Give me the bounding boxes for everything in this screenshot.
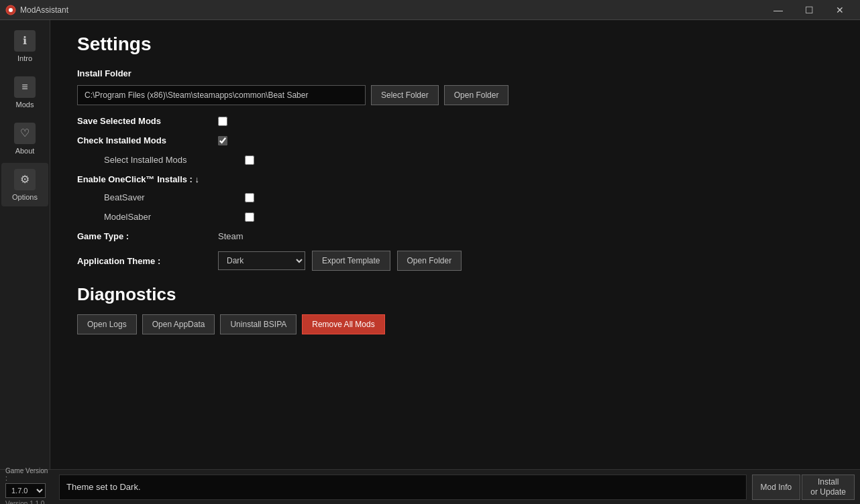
open-folder-button[interactable]: Open Folder <box>444 85 509 105</box>
app-theme-label: Application Theme : <box>77 256 211 266</box>
select-installed-mods-checkbox-wrapper <box>245 155 254 165</box>
sidebar-label-mods: Mods <box>16 101 34 109</box>
status-bar: Theme set to Dark. <box>59 475 747 500</box>
game-version-label: Game Version : <box>5 467 48 482</box>
mod-info-button[interactable]: Mod Info <box>752 475 801 500</box>
uninstall-bsipa-button[interactable]: Uninstall BSIPA <box>220 314 297 334</box>
save-selected-mods-row: Save Selected Mods <box>77 116 833 126</box>
save-selected-mods-checkbox[interactable] <box>218 117 227 126</box>
app-title: ModAssistant <box>20 5 68 15</box>
install-folder-input[interactable] <box>77 85 366 105</box>
game-version-section: Game Version : 1.7.0 Version 1.1.0 <box>0 464 54 505</box>
remove-all-mods-button[interactable]: Remove All Mods <box>302 314 384 334</box>
check-installed-mods-checkbox[interactable] <box>218 136 227 145</box>
diagnostics-row: Open Logs Open AppData Uninstall BSIPA R… <box>77 314 833 334</box>
game-version-select[interactable]: 1.7.0 <box>5 483 46 498</box>
game-type-label: Game Type : <box>77 231 211 241</box>
beatsaver-label: BeatSaver <box>104 192 238 202</box>
close-button[interactable]: ✕ <box>825 0 855 20</box>
select-installed-mods-checkbox[interactable] <box>245 155 254 165</box>
sidebar-label-about: About <box>15 147 35 155</box>
modelsaber-checkbox[interactable] <box>245 212 254 222</box>
open-appdata-button[interactable]: Open AppData <box>142 314 215 334</box>
beatsaver-row: BeatSaver <box>77 192 833 202</box>
install-folder-section: Install Folder Select Folder Open Folder <box>77 68 833 105</box>
bottom-bar: Game Version : 1.7.0 Version 1.1.0 Theme… <box>0 469 860 504</box>
select-installed-mods-row: Select Installed Mods <box>77 155 833 165</box>
oneclick-row: Enable OneClick™ Installs : ↓ <box>77 174 833 184</box>
beatsaver-checkbox[interactable] <box>245 193 254 202</box>
modelsaber-label: ModelSaber <box>104 212 238 222</box>
open-folder-button-2[interactable]: Open Folder <box>397 251 462 271</box>
minimize-button[interactable]: — <box>763 0 793 20</box>
svg-point-1 <box>9 8 13 12</box>
titlebar-left: ModAssistant <box>5 5 68 15</box>
about-icon: ♡ <box>14 123 36 144</box>
open-logs-button[interactable]: Open Logs <box>77 314 137 334</box>
status-text: Theme set to Dark. <box>66 482 141 492</box>
game-type-row: Game Type : Steam <box>77 231 833 241</box>
maximize-button[interactable]: ☐ <box>794 0 824 20</box>
check-installed-mods-row: Check Installed Mods <box>77 135 833 145</box>
sidebar: ℹ Intro ≡ Mods ♡ About ⚙ Options <box>0 20 50 504</box>
options-icon: ⚙ <box>14 169 36 190</box>
version-label: Version <box>5 500 28 505</box>
settings-title: Settings <box>77 34 833 55</box>
window-controls: — ☐ ✕ <box>763 0 855 20</box>
modelsaber-row: ModelSaber <box>77 212 833 222</box>
modelsaber-checkbox-wrapper <box>245 212 254 222</box>
export-template-button[interactable]: Export Template <box>312 251 390 271</box>
titlebar: ModAssistant — ☐ ✕ <box>0 0 860 20</box>
content-area: Settings Install Folder Select Folder Op… <box>50 20 860 504</box>
save-selected-mods-checkbox-wrapper <box>218 117 227 126</box>
main-layout: ℹ Intro ≡ Mods ♡ About ⚙ Options Setting… <box>0 20 860 504</box>
game-type-value: Steam <box>218 231 244 241</box>
intro-icon: ℹ <box>14 30 36 52</box>
check-installed-mods-checkbox-wrapper <box>218 136 227 145</box>
version-number: 1.1.0 <box>30 500 44 505</box>
sidebar-item-mods[interactable]: ≡ Mods <box>1 70 48 114</box>
sidebar-item-about[interactable]: ♡ About <box>1 117 48 160</box>
install-update-button[interactable]: Install or Update <box>802 475 855 500</box>
beatsaver-checkbox-wrapper <box>245 193 254 202</box>
oneclick-label: Enable OneClick™ Installs : ↓ <box>77 174 211 184</box>
sidebar-item-options[interactable]: ⚙ Options <box>1 163 48 206</box>
app-icon <box>5 5 16 15</box>
mods-icon: ≡ <box>14 76 36 98</box>
sidebar-label-options: Options <box>12 193 38 201</box>
select-installed-mods-label: Select Installed Mods <box>104 155 238 165</box>
diagnostics-title: Diagnostics <box>77 284 833 305</box>
select-folder-button[interactable]: Select Folder <box>371 85 439 105</box>
theme-select[interactable]: Dark Light System <box>218 251 305 270</box>
app-theme-row: Application Theme : Dark Light System Ex… <box>77 251 833 271</box>
install-folder-label: Install Folder <box>77 68 833 78</box>
save-selected-mods-label: Save Selected Mods <box>77 116 211 126</box>
sidebar-item-intro[interactable]: ℹ Intro <box>1 24 48 68</box>
version-display: Version 1.1.0 <box>5 500 48 505</box>
bottom-actions: Mod Info Install or Update <box>752 475 855 500</box>
install-folder-row: Select Folder Open Folder <box>77 85 833 105</box>
sidebar-label-intro: Intro <box>17 54 32 62</box>
check-installed-mods-label: Check Installed Mods <box>77 135 211 145</box>
